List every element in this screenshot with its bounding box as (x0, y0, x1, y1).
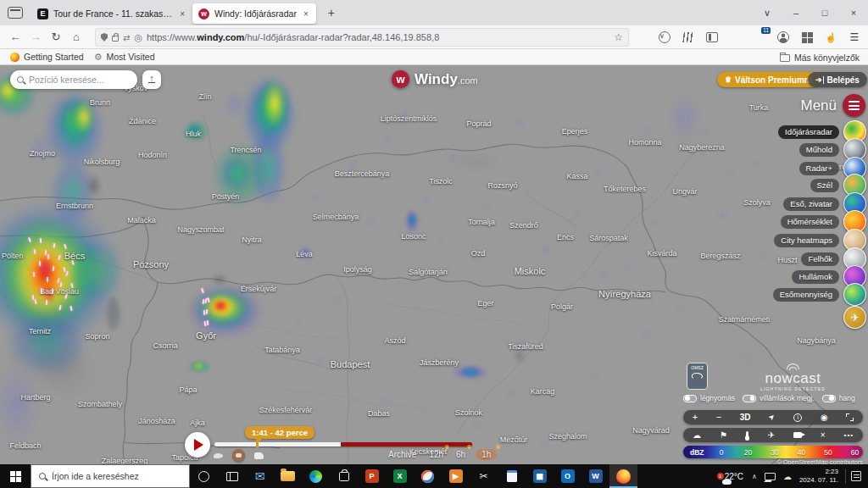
zoom-in-button[interactable]: + (693, 413, 698, 422)
taskbar-app-store[interactable] (330, 464, 358, 488)
airports-icon[interactable]: ✈ (767, 430, 774, 440)
container-icon[interactable]: ⇄ (123, 33, 130, 42)
taskbar-app-firefox[interactable] (609, 464, 637, 488)
tray-expand-icon[interactable]: ∧ (752, 473, 757, 480)
legend-tick: 60 (851, 448, 859, 457)
timeline-position-marker[interactable] (256, 441, 259, 448)
forward-button[interactable]: → (25, 30, 46, 43)
toggle-hang[interactable]: hang (822, 394, 855, 402)
list-tabs-icon[interactable]: ∨ (753, 8, 782, 19)
account-icon[interactable] (776, 30, 790, 44)
reload-button[interactable]: ↻ (46, 30, 66, 43)
tray-clock[interactable]: 2:23 2024. 07. 11. (799, 468, 838, 485)
layer-flights[interactable]: ✈ (843, 306, 866, 329)
onedrive-icon[interactable]: ☁ (783, 472, 792, 481)
layer-icon[interactable] (843, 283, 866, 306)
preset-1h[interactable]: 1h♛ (476, 449, 497, 460)
legend-tick: 0 (720, 448, 724, 457)
taskbar-app-movies[interactable]: ▶ (442, 464, 470, 488)
locate-button[interactable]: ➤ (767, 413, 777, 423)
taskbar-app-notepad[interactable] (498, 464, 526, 488)
url-bar[interactable]: ⇄ ◎ https://www.windy.com/hu/-Időjárásra… (95, 28, 629, 47)
tab-close-icon[interactable]: × (178, 9, 186, 19)
settings-button[interactable]: ◉ (821, 413, 828, 422)
preset-12h[interactable]: 12h♛ (426, 449, 446, 460)
upload-icon[interactable]: ↑ (142, 70, 161, 89)
taskbar-app-powerpoint[interactable]: P (358, 464, 386, 488)
preset-6h[interactable]: 6h♛ (453, 449, 468, 460)
taskbar-app-cortana[interactable] (190, 464, 218, 488)
taskbar-app-explorer[interactable] (274, 464, 302, 488)
gear-icon: ⚙ (94, 52, 103, 63)
tab-close-icon[interactable]: × (302, 9, 310, 19)
tab-windy[interactable]: w Windy: Időjárásradar × (192, 3, 316, 24)
maximize-button[interactable]: □ (810, 8, 839, 18)
start-button[interactable] (0, 464, 31, 488)
webcams-icon[interactable] (793, 432, 802, 438)
back-button[interactable]: ← (5, 30, 25, 43)
taskbar-app-edge[interactable] (302, 464, 330, 488)
bookmark-most-visited[interactable]: ⚙ Most Visited (94, 52, 155, 63)
taskbar-app-mail[interactable]: ✉ (246, 464, 274, 488)
taskbar-app-paint[interactable] (414, 464, 442, 488)
pocket-icon[interactable]: ∨ (658, 30, 671, 44)
map-controls: +−3D➤i◉ (683, 410, 863, 424)
library-icon[interactable] (682, 30, 695, 44)
notification-icon[interactable] (851, 471, 861, 481)
taskbar-app-taskview[interactable] (218, 464, 246, 488)
fullscreen-button[interactable] (846, 413, 854, 421)
close-button[interactable]: × (839, 8, 868, 18)
ext-circle-icon[interactable] (729, 30, 743, 44)
windy-logo[interactable]: w Windy.com (392, 70, 478, 88)
url-text[interactable]: https://www.windy.com/hu/-Időjárásradar-… (147, 32, 609, 42)
toggle-villámlások-megj-[interactable]: villámlások megj. (743, 394, 815, 402)
other-bookmarks[interactable]: Más könyvjelzők (780, 49, 860, 65)
minimize-button[interactable]: – (782, 8, 810, 18)
taskbar-search-input[interactable]: Írjon ide a kereséshez (31, 464, 190, 488)
login-button[interactable]: ➔ Belépés (808, 72, 867, 87)
lock-icon[interactable] (112, 36, 119, 42)
tab-tour-de-france[interactable]: E Tour de France - 11. szakasz - E × (31, 3, 192, 24)
taskbar-app-snip[interactable]: ✂ (470, 464, 498, 488)
ext-hand-icon[interactable]: ☝ (824, 30, 837, 44)
search-input[interactable]: Pozíció keresése... (10, 70, 137, 89)
toggle-légnyomás[interactable]: légnyomás (683, 394, 735, 402)
mode-3d-button[interactable]: 3D (740, 413, 751, 422)
timeline-slider[interactable] (214, 442, 472, 446)
taskbar-app-calc[interactable]: ▦ (526, 464, 554, 488)
taskbar-app-word[interactable]: W (581, 464, 609, 488)
taskbar-app-excel[interactable]: X (386, 464, 414, 488)
weather-radar-map[interactable]: BrunnVyškovŽdániceZlínHlukTrencsénZnojmo… (0, 65, 868, 464)
nowcast-logo: nowcast LIGHTNING DETECTED (727, 370, 859, 391)
location-permission-icon[interactable]: ◎ (134, 32, 142, 43)
preset-archive[interactable]: Archive (386, 449, 419, 460)
osm-attribution[interactable]: © OpenStreetMap contributors (776, 458, 863, 464)
network-icon[interactable] (765, 473, 776, 480)
play-button[interactable] (185, 432, 210, 458)
app-menu-icon[interactable]: ☰ (848, 30, 861, 44)
info-button[interactable]: i (793, 413, 802, 422)
wind-flag-icon[interactable]: ⚑ (720, 430, 727, 440)
premium-button[interactable]: ♛ Váltson Premiumra (717, 72, 820, 87)
taskbar-app-outlook[interactable]: O (554, 464, 581, 488)
menu-button[interactable]: Menü (800, 94, 865, 117)
layer-icon[interactable]: ✈ (843, 306, 866, 329)
hamburger-icon[interactable] (843, 94, 865, 117)
tab-manager-icon[interactable] (8, 7, 23, 19)
close-icon[interactable]: × (821, 430, 826, 440)
extensions-icon[interactable] (800, 30, 814, 44)
ext-shield-icon[interactable]: 11 (753, 30, 766, 44)
bookmark-star-icon[interactable]: ☆ (614, 31, 623, 43)
thermometer-icon[interactable] (746, 431, 749, 440)
home-button[interactable]: ⌂ (66, 30, 86, 43)
layer-es-mennyis-g[interactable]: Esőmennyiség (773, 283, 866, 306)
more-icon[interactable]: ••• (844, 431, 854, 439)
new-tab-button[interactable]: + (323, 6, 340, 19)
sidebar-icon[interactable] (705, 30, 719, 44)
goat-badge-icon[interactable] (232, 449, 245, 462)
weather-station-icon[interactable]: ☁ (693, 430, 701, 440)
tracking-shield-icon[interactable] (101, 33, 108, 42)
bookmark-getting-started[interactable]: Getting Started (10, 52, 84, 62)
zoom-out-button[interactable]: − (716, 413, 721, 422)
legend-tick: 30 (771, 448, 778, 457)
